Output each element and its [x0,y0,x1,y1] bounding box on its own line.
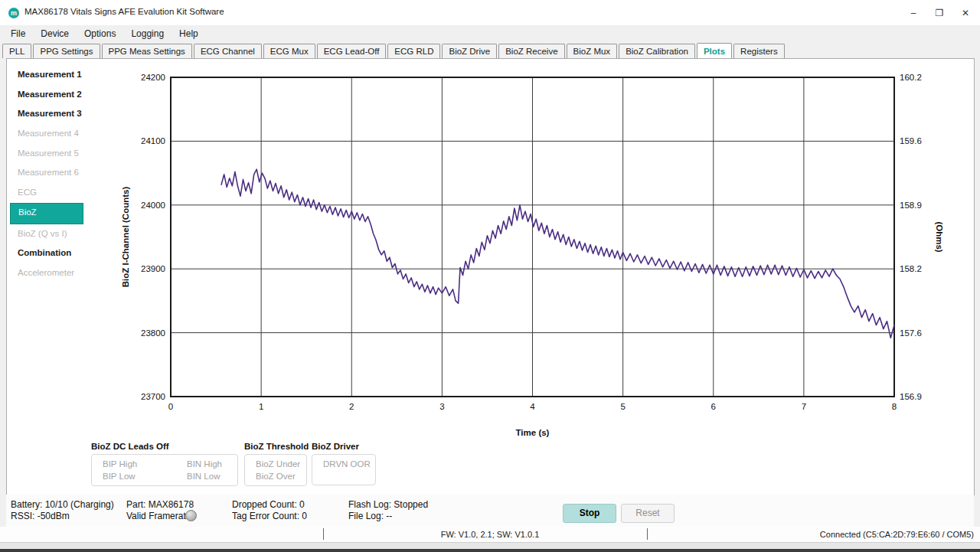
flash-log-status: Flash Log: Stopped [348,499,428,510]
bioz-dc-leads-off-group: BioZ DC Leads Off BIP High BIN High BIP … [91,442,238,486]
svg-text:2: 2 [349,402,354,411]
bottom-edge [0,549,980,552]
tab-bioz-mux[interactable]: BioZ Mux [567,44,618,58]
tab-bioz-calibration[interactable]: BioZ Calibration [619,44,695,58]
tab-bioz-drive[interactable]: BioZ Drive [442,44,497,58]
bioz-driver-group: BioZ Driver DRVN OOR [312,442,376,485]
part-status: Part: MAX86178 [126,499,194,510]
menu-logging[interactable]: Logging [123,27,172,41]
app-window: m MAX86178 Vitals Signs AFE Evalution Ki… [0,0,980,552]
dropped-count-status: Dropped Count: 0 [232,499,305,510]
status-bar: Battery: 10/10 (Charging) RSSI: -50dBm P… [6,495,974,527]
svg-text:156.9: 156.9 [900,392,922,401]
svg-text:159.6: 159.6 [900,136,922,145]
connection-status: Connected (C5:CA:2D:79:E6:60 / COM5) [820,530,974,539]
tab-ecg-channel[interactable]: ECG Channel [194,44,262,58]
valid-framerate-led [185,510,197,521]
indicator-bin-low: BIN Low [187,472,237,481]
svg-text:24200: 24200 [141,73,165,82]
stop-button[interactable]: Stop [563,504,616,523]
indicator-bin-high: BIN High [187,459,237,469]
svg-text:158.9: 158.9 [900,201,922,210]
indicator-bip-high: BIP High [103,459,167,469]
bioz-plot-area[interactable]: 242002410024000239002380023700160.2159.6… [7,59,974,495]
svg-text:6: 6 [711,402,716,411]
svg-text:160.2: 160.2 [900,73,922,82]
svg-text:157.6: 157.6 [900,328,922,338]
menu-help[interactable]: Help [172,27,206,41]
group-box: DRVN OOR [312,454,376,485]
group-title: BioZ Threshold [244,442,309,451]
svg-text:BioZ I-Channel (Counts): BioZ I-Channel (Counts) [121,187,130,288]
reset-button[interactable]: Reset [621,504,675,523]
close-button[interactable]: ✕ [954,6,977,20]
svg-text:8: 8 [892,402,897,411]
group-box: BIP High BIN High BIP Low BIN Low [91,454,238,486]
tab-ecg-lead-off[interactable]: ECG Lead-Off [317,44,387,58]
svg-text:158.2: 158.2 [900,264,922,273]
indicator-bip-low: BIP Low [103,472,167,481]
indicator-bioz-over: BioZ Over [256,472,306,481]
indicator-bioz-under: BioZ Under [256,459,306,469]
svg-text:24000: 24000 [141,201,165,210]
footer-divider [647,528,648,540]
group-box: BioZ Under BioZ Over [244,454,307,486]
tab-plots[interactable]: Plots [697,43,732,58]
file-log-status: File Log: -- [348,511,392,521]
group-title: BioZ DC Leads Off [91,442,238,451]
maxim-logo-icon: m [8,8,19,18]
tab-bioz-receive[interactable]: BioZ Receive [498,44,564,58]
svg-text:23900: 23900 [141,264,165,273]
title-bar: m MAX86178 Vitals Signs AFE Evalution Ki… [0,0,980,25]
menu-bar: File Device Options Logging Help [0,25,980,42]
svg-text:23700: 23700 [141,392,165,401]
group-title: BioZ Driver [312,442,376,451]
footer-bar: FW: V1.0, 2.1; SW: V1.0.1 Connected (C5:… [0,527,980,542]
rssi-status: RSSI: -50dBm [11,511,70,521]
svg-text:Time (s): Time (s) [516,428,550,437]
svg-text:1: 1 [259,402,263,411]
svg-text:(Ohms): (Ohms) [935,221,944,252]
tab-ecg-rld[interactable]: ECG RLD [387,44,440,58]
menu-options[interactable]: Options [77,27,123,41]
svg-text:7: 7 [802,402,806,411]
plots-page: Measurement 1 Measurement 2 Measurement … [6,58,975,495]
svg-text:5: 5 [620,402,625,411]
svg-text:0: 0 [168,402,173,411]
svg-text:4: 4 [530,402,535,411]
menu-device[interactable]: Device [33,27,77,41]
tab-ppg-meas-settings[interactable]: PPG Meas Settings [102,44,192,58]
minimize-button[interactable]: – [902,6,925,20]
battery-status: Battery: 10/10 (Charging) [11,499,114,510]
svg-text:3: 3 [439,402,444,411]
valid-framerate-label: Valid Framerate: [126,511,194,521]
tab-ecg-mux[interactable]: ECG Mux [263,44,315,58]
window-title: MAX86178 Vitals Signs AFE Evalution Kit … [24,7,224,16]
tab-ppg-settings[interactable]: PPG Settings [33,44,100,58]
tab-bar: PLL PPG Settings PPG Meas Settings ECG C… [2,42,980,58]
menu-file[interactable]: File [3,27,33,41]
svg-text:23800: 23800 [141,328,165,338]
svg-text:24100: 24100 [141,136,165,145]
indicator-drvn-oor: DRVN OOR [323,459,375,469]
restore-button[interactable]: ❐ [928,6,951,20]
bioz-threshold-group: BioZ Threshold BioZ Under BioZ Over [244,442,309,486]
tag-error-count-status: Tag Error Count: 0 [232,511,307,521]
tab-registers[interactable]: Registers [733,44,785,58]
tab-pll[interactable]: PLL [2,44,31,58]
